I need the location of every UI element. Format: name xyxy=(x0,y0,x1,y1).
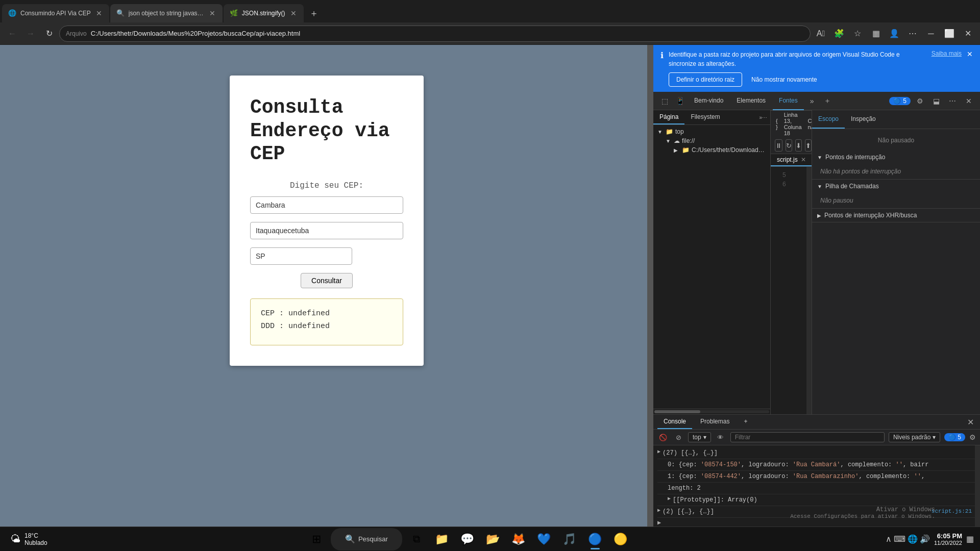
webpage-scrollbar[interactable] xyxy=(647,45,653,527)
profile-icon[interactable]: 👤 xyxy=(886,26,902,42)
forward-button[interactable]: → xyxy=(22,26,39,42)
app10-button[interactable]: 🟡 xyxy=(609,528,632,550)
tree-item-downloads[interactable]: ▶ 📁 C:/Users/thetr/Downloads/... xyxy=(653,145,770,155)
address-bar[interactable]: Arquivo C:/Users/thetr/Downloads/Meus%20… xyxy=(59,26,811,42)
console-add-tab[interactable]: + xyxy=(738,415,753,429)
line-num-5: 5 xyxy=(774,171,786,180)
file-tab-script[interactable]: script.js ✕ xyxy=(771,154,812,166)
script-link[interactable]: script.js:21 xyxy=(932,508,972,514)
translate-icon[interactable]: A⃣ xyxy=(813,26,829,42)
tab-filesystem[interactable]: Filesystem xyxy=(684,110,726,124)
file-panel-more[interactable]: » ⋯ xyxy=(756,110,770,124)
tree-item-top[interactable]: ▼ 📁 top xyxy=(653,127,770,136)
step-over-btn[interactable]: ↻ xyxy=(786,139,792,152)
tab-elements[interactable]: Elementos xyxy=(730,92,772,110)
console-context-dropdown[interactable]: top ▾ xyxy=(688,432,711,442)
weather-widget[interactable]: 🌤 18°C Nublado xyxy=(4,532,54,546)
brackets-icon[interactable]: { } xyxy=(776,118,778,130)
log-expand-6[interactable]: ▶ xyxy=(657,507,660,513)
tab-1[interactable]: 🌐 Consumindo API Via CEP ✕ xyxy=(2,4,109,22)
clear-console-btn[interactable]: 🚫 xyxy=(657,432,669,443)
filter-console-btn[interactable]: ⊘ xyxy=(673,432,684,443)
tab-welcome[interactable]: Bem-vindo xyxy=(688,92,729,110)
console-tab-console[interactable]: Console xyxy=(657,415,692,429)
debug-tab-inspect[interactable]: Inspeção xyxy=(845,110,882,129)
collections-icon[interactable]: ▦ xyxy=(868,26,884,42)
firefox-button[interactable]: 🦊 xyxy=(507,528,530,550)
xhr-header[interactable]: ▶ Pontos de interrupção XHR/busca xyxy=(812,209,980,222)
tab-1-close[interactable]: ✕ xyxy=(95,8,103,18)
filter-input-field[interactable] xyxy=(735,434,880,441)
volume-icon[interactable]: 🔊 xyxy=(920,534,930,544)
console-filter-input[interactable] xyxy=(730,432,885,442)
chat-button[interactable]: 💬 xyxy=(456,528,479,550)
console-tab-problems[interactable]: Problemas xyxy=(694,415,736,429)
learn-more-link[interactable]: Saiba mais xyxy=(932,50,962,57)
edge-button[interactable]: 🔵 xyxy=(584,528,606,550)
add-tab-icon[interactable]: ＋ xyxy=(820,94,835,108)
console-badge[interactable]: 🔵 5 xyxy=(944,433,965,441)
debug-tab-scope[interactable]: Escopo xyxy=(812,110,845,129)
window-maximize-icon[interactable]: ⬜ xyxy=(941,26,958,42)
console-scrollbar[interactable] xyxy=(975,445,980,527)
info-close-button[interactable]: ✕ xyxy=(967,50,973,58)
breakpoints-arrow: ▼ xyxy=(817,155,822,160)
tab-2[interactable]: 🔍 json object to string javascript - ✕ xyxy=(110,4,223,22)
log-expand-5[interactable]: ▶ xyxy=(668,495,671,502)
keyboard-icon[interactable]: ⌨ xyxy=(894,534,905,544)
taskview-button[interactable]: ⧉ xyxy=(405,528,428,550)
define-dir-button[interactable]: Definir o diretório raiz xyxy=(669,72,742,87)
tab-page[interactable]: Página xyxy=(653,110,684,124)
start-button[interactable]: ⊞ xyxy=(305,528,328,550)
inspect-element-icon[interactable]: ⬚ xyxy=(657,94,672,108)
levels-arrow: ▾ xyxy=(933,434,936,441)
refresh-button[interactable]: ↻ xyxy=(41,26,57,42)
pause-resume-btn[interactable]: ⏸ xyxy=(775,139,782,152)
window-close-icon[interactable]: ✕ xyxy=(960,26,976,42)
new-tab-button[interactable]: ＋ xyxy=(305,4,323,22)
device-mode-icon[interactable]: 📱 xyxy=(673,94,687,108)
breakpoints-header[interactable]: ▼ Pontos de interrupção xyxy=(812,151,980,164)
explorer-button[interactable]: 📂 xyxy=(482,528,504,550)
more-options-icon[interactable]: ⋯ xyxy=(904,26,921,42)
console-close-button[interactable]: ✕ xyxy=(965,415,976,429)
step-out-btn[interactable]: ⬆ xyxy=(805,139,812,152)
consultar-button[interactable]: Consultar xyxy=(301,273,353,288)
back-button[interactable]: ← xyxy=(4,26,20,42)
code-scrollbar-v[interactable] xyxy=(806,167,812,414)
network-icon[interactable]: 🌐 xyxy=(908,534,918,544)
files-button[interactable]: 📁 xyxy=(431,528,453,550)
console-settings-icon[interactable]: ⚙ xyxy=(969,433,976,441)
settings-icon[interactable]: ⚙ xyxy=(913,94,927,108)
errors-badge[interactable]: 🔵 5 xyxy=(889,97,911,105)
callstack-header[interactable]: ▼ Pilha de Chamadas xyxy=(812,180,980,193)
favorites-icon[interactable]: ☆ xyxy=(849,26,866,42)
tab-sources[interactable]: Fontes xyxy=(773,92,804,110)
clock[interactable]: 6:05 PM 11/20/2022 xyxy=(934,532,962,546)
eye-icon[interactable]: 👁 xyxy=(715,432,726,443)
dock-icon[interactable]: ⬓ xyxy=(929,94,943,108)
tree-item-file[interactable]: ▼ ☁ file:// xyxy=(653,136,770,145)
step-into-btn[interactable]: ⬇ xyxy=(795,139,802,152)
app-result: CEP : undefined DDD : undefined xyxy=(250,298,403,345)
vscode-button[interactable]: 💙 xyxy=(533,528,555,550)
file-tab-close-script[interactable]: ✕ xyxy=(801,156,806,163)
extensions-icon[interactable]: 🧩 xyxy=(831,26,847,42)
media-button[interactable]: 🎵 xyxy=(558,528,581,550)
tab-3[interactable]: 🌿 JSON.stringify() ✕ xyxy=(224,4,304,22)
tab-3-close[interactable]: ✕ xyxy=(289,8,298,18)
log-expand-1[interactable]: ▶ xyxy=(657,448,660,455)
app-field3[interactable] xyxy=(250,247,352,265)
app-field2[interactable] xyxy=(250,222,403,239)
console-levels-dropdown[interactable]: Niveis padrão ▾ xyxy=(889,432,940,442)
dont-show-button[interactable]: Não mostrar novamente xyxy=(746,73,822,86)
search-button[interactable]: 🔍 Pesquisar xyxy=(331,528,402,550)
chevron-up-icon[interactable]: ∧ xyxy=(886,534,892,544)
close-devtools-icon[interactable]: ✕ xyxy=(962,94,976,108)
app-field1[interactable] xyxy=(250,196,403,214)
show-desktop-icon[interactable]: ▦ xyxy=(966,534,974,544)
more-devtools-icon[interactable]: ⋯ xyxy=(945,94,960,108)
window-minimize-icon[interactable]: ─ xyxy=(923,26,939,42)
more-tabs-icon[interactable]: » xyxy=(805,94,819,108)
tab-2-close[interactable]: ✕ xyxy=(208,8,216,18)
